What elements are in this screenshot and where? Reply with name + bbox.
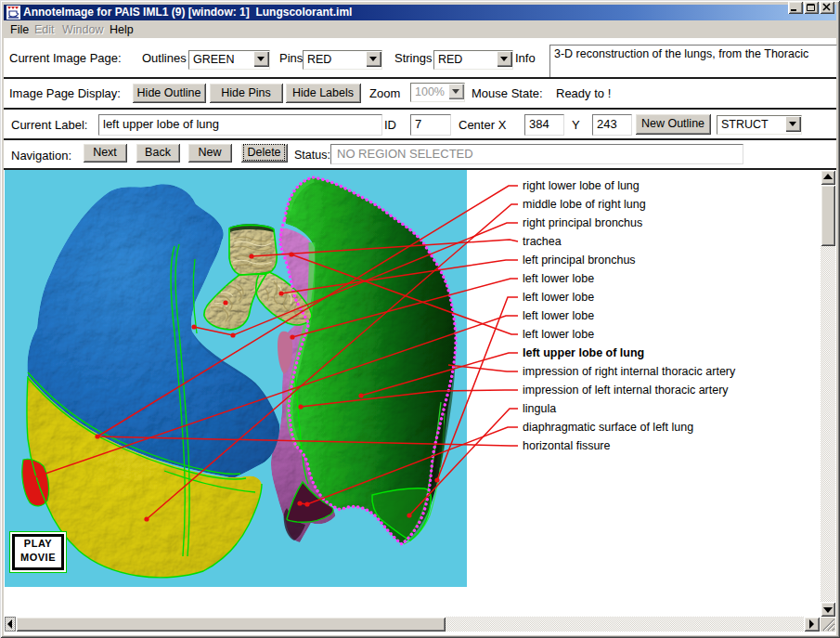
svg-text:horizontal fissure: horizontal fissure xyxy=(523,439,611,452)
svg-text:left lower lobe: left lower lobe xyxy=(523,328,594,341)
svg-text:diaphragmatic surface of left: diaphragmatic surface of left lung xyxy=(523,421,693,434)
svg-text:left principal bronchus: left principal bronchus xyxy=(523,254,636,267)
svg-text:middle lobe of right lung: middle lobe of right lung xyxy=(523,198,646,211)
svg-text:left lower lobe: left lower lobe xyxy=(523,272,594,285)
svg-text:left lower lobe: left lower lobe xyxy=(523,309,594,322)
svg-text:trachea: trachea xyxy=(523,235,562,248)
svg-text:left lower lobe: left lower lobe xyxy=(523,291,594,304)
svg-text:impression of left internal th: impression of left internal thoracic art… xyxy=(523,384,729,397)
svg-text:impression of right internal t: impression of right internal thoracic ar… xyxy=(523,365,736,378)
svg-text:lingula: lingula xyxy=(523,402,556,415)
svg-text:left upper lobe of lung: left upper lobe of lung xyxy=(523,346,644,359)
svg-text:right principal bronchus: right principal bronchus xyxy=(523,216,642,229)
svg-text:right lower lobe of lung: right lower lobe of lung xyxy=(523,179,640,192)
